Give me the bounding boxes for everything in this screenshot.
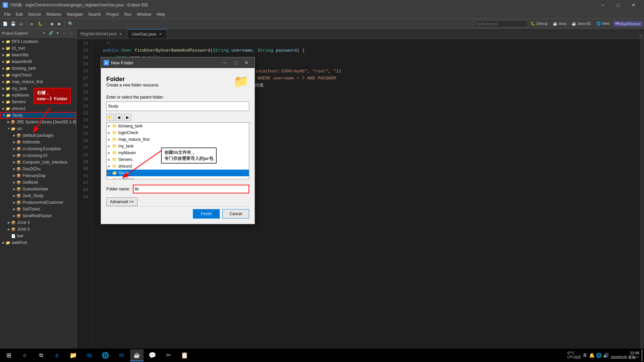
dtree-expand-arrow: ▶ [108,124,112,128]
eclipse-icon: ☕ [133,352,140,358]
clock-time: 22:06 [611,351,639,355]
dialog-titlebar-left: ● New Folder [104,60,133,65]
dtree-expand-arrow: ▶ [108,144,112,148]
finish-button[interactable]: Finish [193,209,220,219]
folder-name-row: Folder name: [106,185,249,193]
store-button[interactable]: 🛍 [82,349,97,362]
dtree-shixun2[interactable]: ▶ 📁 shixun2 [107,163,249,170]
clipboard-button[interactable]: 📋 [177,349,192,362]
dialog-icon: ● [104,60,109,65]
taskbar-lang[interactable]: 英 [583,353,587,358]
dialog-close-button[interactable]: ✕ [241,57,252,68]
parent-folder-input[interactable] [106,102,249,111]
folder-name-label: Folder name: [106,187,130,191]
dtree-item-label: map_reduce_first [118,137,150,142]
dtree-study[interactable]: ▶ 📁 Study [107,170,249,176]
advanced-button[interactable]: Advanced >> [106,197,138,206]
toolbar-new-folder[interactable]: 📁 [106,114,114,121]
folder-big-icon: 📁 [233,73,249,89]
dtree-expand-arrow: ▶ [108,178,112,179]
dialog-header-title: Folder [106,76,159,83]
parent-folder-label: Enter or select the parent folder: [106,95,249,100]
chrome-button[interactable]: 🌐 [98,349,113,362]
dtree-expand-arrow: ▶ [108,131,112,134]
dtree-folder-icon: 📁 [112,137,117,142]
snipping-button[interactable]: ✂ [161,349,176,362]
dtree-mymaven[interactable]: ▶ 📁 myMaven [107,149,249,156]
cancel-button[interactable]: Cancel [222,209,249,219]
dialog-maximize-button[interactable]: □ [230,57,241,68]
dtree-servers[interactable]: ▶ 📁 Servers [107,156,249,163]
dtree-folder-icon: 📁 [112,157,117,162]
dtree-lizixiang-tank[interactable]: ▶ 📁 lizixiang_tank [107,123,249,129]
dtree-item-label: lizixiang_tank [118,124,143,128]
dtree-folder-icon: 📁 [112,130,117,135]
dtree-item-label: myMaven [118,150,136,155]
wechat-button[interactable]: 💬 [145,349,160,362]
dtree-expand-arrow: ▶ [108,158,112,161]
dtree-item-label: my_tank [118,144,133,148]
taskbar-right: 47°CCPU温度 英 🔔 🌐 🔊 22:06 2020/5/25 星期一 [567,349,643,361]
dtree-map-reduce[interactable]: ▶ 📁 map_reduce_first [107,136,249,143]
show-desktop-button[interactable] [641,349,643,361]
dialog-titlebar: ● New Folder ─ □ ✕ [101,57,255,68]
dtree-logincheck[interactable]: ▶ 📁 loginCheck [107,129,249,136]
ie-button[interactable]: e [50,349,64,362]
new-folder-dialog: ● New Folder ─ □ ✕ Folder Create a new f… [101,57,255,224]
taskbar-left: ⊞ ○ ⧉ e 📁 🛍 🌐 ✉ ☕ 💬 ✂ 📋 [1,349,192,362]
taskbar: ⊞ ○ ⧉ e 📁 🛍 🌐 ✉ ☕ 💬 ✂ 📋 47°CCPU温度 英 🔔 🌐 … [0,349,644,362]
clock: 22:06 2020/5/25 星期一 [611,351,639,360]
dialog-toolbar: 📁 ◀ ▶ [106,114,249,121]
search-button[interactable]: ○ [17,349,32,362]
mail-button[interactable]: ✉ [114,349,129,362]
dtree-folder-icon: 📁 [112,164,117,169]
folder-big-icon-area: 📁 [233,73,249,89]
dialog-titlebar-buttons: ─ □ ✕ [220,57,252,68]
dtree-item-label: loginCheck [118,130,138,135]
eclipse-button[interactable]: ☕ [130,349,144,361]
dialog-header-text: Folder Create a new folder resource. [106,76,159,87]
toolbar-back[interactable]: ◀ [115,114,122,121]
toolbar-forward[interactable]: ▶ [124,114,131,121]
dtree-folder-icon: 📁 [112,144,117,148]
dialog-header-description: Create a new folder resource. [106,83,159,87]
folder-name-input[interactable] [133,185,249,193]
dialog-overlay: ● New Folder ─ □ ✕ Folder Create a new f… [0,0,644,362]
taskbar-cpu-temp: 47°CCPU温度 [567,351,581,360]
dialog-minimize-button[interactable]: ─ [220,57,230,68]
start-button[interactable]: ⊞ [1,349,16,362]
dialog-footer: Finish Cancel [106,206,249,219]
explorer-button[interactable]: 📁 [66,349,80,362]
dtree-expand-arrow: ▶ [108,171,112,175]
dtree-item-label: webFirst [118,177,133,179]
clock-date: 2020/5/25 星期一 [611,355,639,360]
dialog-title: New Folder [111,60,133,65]
dtree-expand-arrow: ▶ [108,138,112,141]
dtree-webfirst[interactable]: ▶ 📁 webFirst [107,176,249,179]
taskview-button[interactable]: ⧉ [34,349,48,362]
dialog-header-section: Folder Create a new folder resource. 📁 [106,73,249,89]
dtree-folder-icon: 📁 [112,124,117,128]
dtree-folder-icon: 📁 [112,171,117,175]
dialog-body: Folder Create a new folder resource. 📁 E… [101,68,255,224]
dtree-folder-icon: 📁 [112,150,117,155]
dtree-item-label: Study [118,171,129,175]
dtree-expand-arrow: ▶ [108,151,112,155]
dtree-folder-icon: 📁 [112,177,117,179]
dtree-item-label: shixun2 [118,164,132,169]
dtree-expand-arrow: ▶ [108,165,112,168]
dtree-my-tank[interactable]: ▶ 📁 my_tank [107,143,249,149]
taskbar-icons: 🔔 🌐 🔊 [589,353,609,358]
dialog-tree[interactable]: ▶ 📁 lizixiang_tank ▶ 📁 loginCheck ▶ 📁 ma… [106,122,249,179]
dtree-item-label: Servers [118,157,132,162]
